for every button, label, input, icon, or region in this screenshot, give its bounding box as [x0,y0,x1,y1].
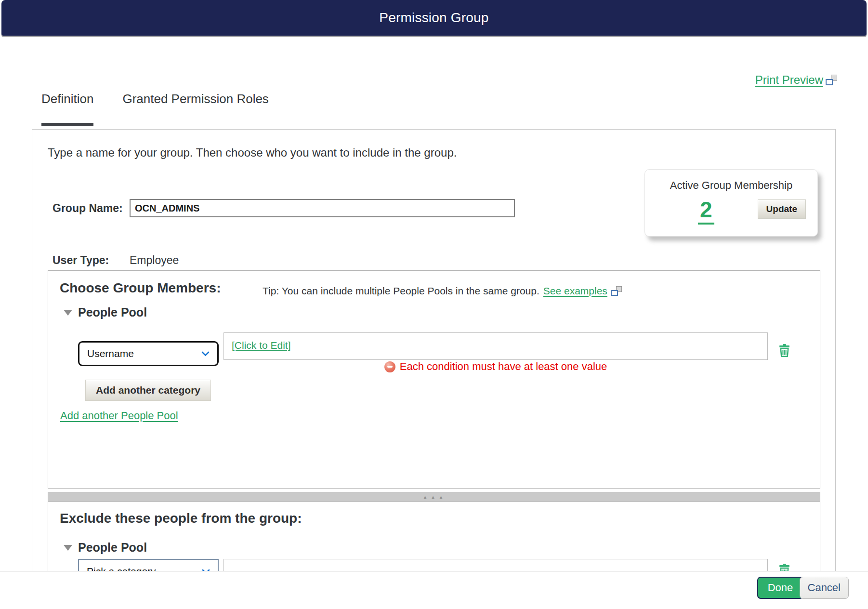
splitter-grip-icon: ▴ ▴ ▴ [424,494,445,500]
footer-bar: Done Cancel [0,571,868,609]
group-name-input[interactable] [130,199,515,217]
members-heading: Choose Group Members: [60,280,221,296]
add-another-category-button[interactable]: Add another category [85,380,211,401]
no-entry-icon [384,361,395,372]
print-preview-label: Print Preview [755,73,823,87]
tab-granted-permission-roles[interactable]: Granted Permission Roles [122,92,268,126]
user-type-value: Employee [130,254,179,267]
validation-error: Each condition must have at least one va… [224,360,768,373]
membership-card-title: Active Group Membership [645,179,817,192]
user-type-label: User Type: [53,254,109,267]
click-to-edit-link[interactable]: [Click to Edit] [232,340,291,351]
chevron-down-icon [201,351,210,357]
section-splitter[interactable]: ▴ ▴ ▴ [48,492,820,502]
instruction-text: Type a name for your group. Then choose … [48,146,457,159]
category-dropdown-value: Username [87,348,134,359]
exclude-people-pool-header: People Pool [64,541,147,555]
see-examples-link[interactable]: See examples [543,285,607,297]
cancel-button[interactable]: Cancel [800,577,849,599]
people-pool-title: People Pool [78,541,147,555]
print-preview-link[interactable]: Print Preview [755,73,837,87]
choose-group-members-section: Choose Group Members: Tip: You can inclu… [48,270,820,489]
update-button[interactable]: Update [758,199,806,219]
triangle-down-icon[interactable] [64,310,72,316]
new-window-icon [611,286,622,296]
trash-icon[interactable] [777,343,792,360]
definition-panel: Type a name for your group. Then choose … [32,129,836,572]
tip-text: Tip: You can include multiple People Poo… [263,285,539,297]
validation-error-text: Each condition must have at least one va… [400,360,607,373]
tab-definition[interactable]: Definition [41,92,93,126]
exclude-heading: Exclude these people from the group: [60,511,302,526]
done-button[interactable]: Done [757,577,803,599]
permission-group-dialog: Permission Group Print Preview Definitio… [0,0,868,609]
dialog-title: Permission Group [1,0,867,36]
add-another-people-pool-link[interactable]: Add another People Pool [60,410,178,422]
new-window-icon [826,75,837,85]
group-name-label: Group Name: [53,202,123,215]
people-pool-header: People Pool [64,305,147,319]
people-pool-title: People Pool [78,305,147,319]
active-membership-card: Active Group Membership 2 Update [644,169,818,237]
category-dropdown[interactable]: Username [78,341,219,366]
triangle-down-icon[interactable] [64,545,72,551]
dialog-header: Permission Group [1,0,867,36]
membership-count-link[interactable]: 2 [698,197,714,225]
condition-value-box[interactable]: [Click to Edit] [224,332,768,360]
tab-bar: Definition Granted Permission Roles [41,92,269,126]
members-tip: Tip: You can include multiple People Poo… [263,285,622,297]
